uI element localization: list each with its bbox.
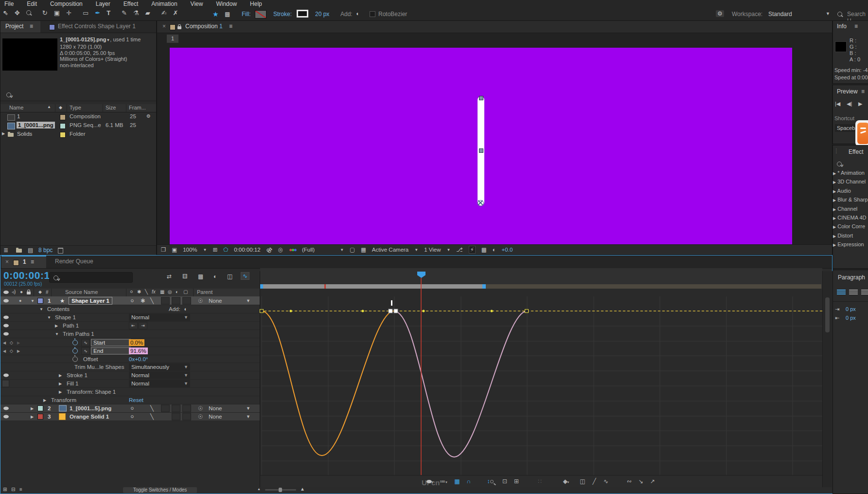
comp-current-time[interactable]: 0:00:00:12 bbox=[234, 247, 260, 253]
resolution-caret-icon[interactable]: ▼ bbox=[340, 248, 344, 252]
layer-color-swatch[interactable] bbox=[37, 405, 43, 411]
graph-editor-toggle-icon[interactable]: ∿ bbox=[241, 272, 249, 280]
menu-view[interactable]: View bbox=[191, 0, 203, 7]
zoom-in-mountain-icon[interactable]: ▲ bbox=[300, 486, 305, 492]
viewer-mini-tab[interactable]: 1 bbox=[167, 35, 178, 43]
linear-keyframe-icon[interactable]: ╱ bbox=[589, 477, 600, 486]
close-tab-icon[interactable]: × bbox=[5, 258, 9, 265]
expander-icon[interactable]: ▶ bbox=[833, 232, 836, 240]
selection-tool-icon[interactable]: ⇖ bbox=[3, 9, 8, 17]
frame-blending-icon[interactable]: ▩ bbox=[198, 273, 203, 280]
menu-animation[interactable]: Animation bbox=[151, 0, 177, 7]
parent-pickwhip-icon[interactable]: ☉ bbox=[198, 297, 203, 304]
app-badge-icon[interactable] bbox=[857, 123, 868, 144]
switch-cell[interactable] bbox=[161, 405, 170, 412]
path-direction-icon[interactable]: ⇥ bbox=[139, 322, 147, 329]
parent-pickwhip-icon[interactable]: ☉ bbox=[198, 405, 203, 412]
shy-switch[interactable]: ⚪ bbox=[130, 413, 135, 420]
camera-caret-icon[interactable]: ▼ bbox=[414, 248, 418, 252]
rectangle-tool-icon[interactable]: ▭ bbox=[83, 9, 89, 17]
anchor-point-icon[interactable] bbox=[478, 200, 484, 206]
tab-preview[interactable]: Preview bbox=[837, 88, 858, 95]
interpret-footage-icon[interactable]: ≣ bbox=[3, 247, 8, 254]
close-tab-icon[interactable]: × bbox=[162, 23, 166, 30]
project-item-name[interactable]: 1 bbox=[17, 113, 20, 119]
add-shape-icon[interactable]: ◖ bbox=[183, 306, 187, 312]
column-frame[interactable]: Fram... bbox=[129, 105, 146, 110]
column-type[interactable]: Type bbox=[70, 105, 81, 110]
eraser-tool-icon[interactable]: ▰ bbox=[145, 9, 150, 17]
parent-pickwhip-icon[interactable]: ☉ bbox=[198, 413, 203, 420]
parent-select[interactable]: None bbox=[209, 405, 222, 411]
property-row-fill-1[interactable]: ▶ Fill 1 Normal▼ bbox=[0, 380, 260, 388]
mask-feather-icon[interactable]: ▩ bbox=[225, 11, 230, 18]
exposure-value[interactable]: +0.0 bbox=[502, 247, 513, 253]
selected-keyframe-square[interactable] bbox=[389, 309, 392, 313]
expander-icon[interactable]: ▶ bbox=[833, 205, 836, 214]
project-row-png-sequence[interactable]: 1_[0001...png PNG Seq...e 6.1 MB 25 bbox=[0, 122, 156, 130]
visibility-icon[interactable] bbox=[3, 316, 9, 319]
type-tool-icon[interactable]: T bbox=[106, 9, 110, 17]
solo-dot-icon[interactable]: ● bbox=[19, 298, 21, 303]
workspace-caret-icon[interactable]: ▼ bbox=[826, 11, 830, 16]
toggle-switches-modes-button[interactable]: Toggle Switches / Modes bbox=[123, 487, 197, 493]
property-row-stroke-1[interactable]: ▶ Stroke 1 Normal▼ bbox=[0, 371, 260, 380]
layer-name[interactable]: 1_[0001...5].png bbox=[70, 405, 111, 411]
stopwatch-icon[interactable] bbox=[72, 340, 78, 345]
effects-search-icon[interactable]: ▾ bbox=[837, 161, 844, 168]
quality-switch[interactable]: ╲ bbox=[150, 297, 154, 304]
tab-info[interactable]: Info bbox=[837, 23, 847, 30]
pen-tool-icon[interactable]: ✒ bbox=[95, 9, 100, 17]
shy-switch[interactable]: ⚪ bbox=[130, 297, 135, 304]
preview-panel-menu-icon[interactable]: ≡ bbox=[861, 88, 865, 95]
edit-selected-keyframes-icon[interactable]: ◆▾ bbox=[561, 477, 571, 486]
project-search-icon[interactable]: ▾ bbox=[6, 92, 13, 99]
shape-star-icon[interactable]: ★ bbox=[213, 10, 219, 18]
layer-visibility-icon[interactable] bbox=[3, 415, 9, 419]
property-value[interactable]: 91.6% bbox=[129, 348, 148, 354]
comp-flowchart-icon[interactable]: ▩ bbox=[481, 246, 487, 253]
zoom-tool-icon[interactable] bbox=[26, 9, 31, 17]
property-value[interactable]: 0x+0.0° bbox=[129, 356, 148, 362]
easy-ease-in-icon[interactable]: ↘ bbox=[636, 477, 646, 486]
layer-expander-icon[interactable]: ▼ bbox=[31, 298, 35, 303]
easy-ease-out-icon[interactable]: ↗ bbox=[647, 477, 658, 486]
expander-icon[interactable]: ▶ bbox=[59, 390, 62, 394]
zoom-out-mountain-icon[interactable]: ▲ bbox=[257, 487, 261, 491]
play-button[interactable]: ▶ bbox=[858, 101, 862, 107]
motion-blur-icon[interactable]: ◐ bbox=[213, 273, 217, 280]
menu-effect[interactable]: Effect bbox=[124, 0, 138, 7]
tab-composition[interactable]: Composition 1 bbox=[185, 23, 223, 30]
quality-switch[interactable]: ╲ bbox=[150, 405, 154, 412]
layer-expander-icon[interactable]: ▶ bbox=[31, 415, 34, 419]
quality-switch[interactable]: ╲ bbox=[150, 413, 154, 420]
layer-row-orange-solid[interactable]: ▶ 3 Orange Solid 1 ⚪ ╲ ☉ None ▼ bbox=[0, 413, 260, 421]
comp-panel-menu-icon[interactable]: ≡ bbox=[229, 23, 232, 30]
property-row-trim-multiple[interactable]: Trim Mu...le Shapes Simultaneously▼ bbox=[0, 363, 260, 371]
camera-select[interactable]: Active Camera bbox=[372, 247, 408, 253]
effects-category[interactable]: ▶ Blur & Sharp bbox=[833, 196, 868, 204]
property-label[interactable]: Trim Paths 1 bbox=[63, 331, 94, 337]
blend-mode-select[interactable]: Normal▼ bbox=[129, 372, 190, 379]
show-snapshot-icon[interactable]: ◎ bbox=[278, 246, 283, 253]
project-bpc-button[interactable]: 8 bpc bbox=[38, 247, 53, 254]
selected-keyframe-square[interactable] bbox=[394, 309, 398, 313]
menu-composition[interactable]: Composition bbox=[50, 0, 83, 7]
project-item-name[interactable]: 1_[0001...png bbox=[17, 122, 55, 128]
always-preview-icon[interactable]: ❐ bbox=[161, 246, 166, 253]
collapse-switch[interactable]: ✱ bbox=[141, 297, 145, 304]
expander-icon[interactable]: ▼ bbox=[39, 307, 43, 311]
timeline-zoom-slider[interactable] bbox=[265, 489, 296, 491]
resolution-select[interactable]: (Full) bbox=[302, 247, 315, 253]
effects-category[interactable]: ▶ Distort bbox=[833, 232, 868, 240]
column-size[interactable]: Size bbox=[106, 105, 116, 110]
property-label[interactable]: Contents bbox=[47, 306, 70, 312]
blend-mode-select[interactable]: Normal▼ bbox=[129, 314, 190, 321]
keyframe-square[interactable] bbox=[525, 310, 529, 313]
workspace-select[interactable]: Standard bbox=[768, 11, 792, 18]
camera-tool-icon[interactable]: ▣ bbox=[54, 9, 60, 17]
label-swatch[interactable] bbox=[60, 123, 66, 129]
zoom-slider-thumb[interactable] bbox=[279, 488, 282, 492]
transform-reset-button[interactable]: Reset bbox=[129, 397, 143, 403]
graph-toggle-icon[interactable]: ∿ bbox=[81, 339, 90, 346]
